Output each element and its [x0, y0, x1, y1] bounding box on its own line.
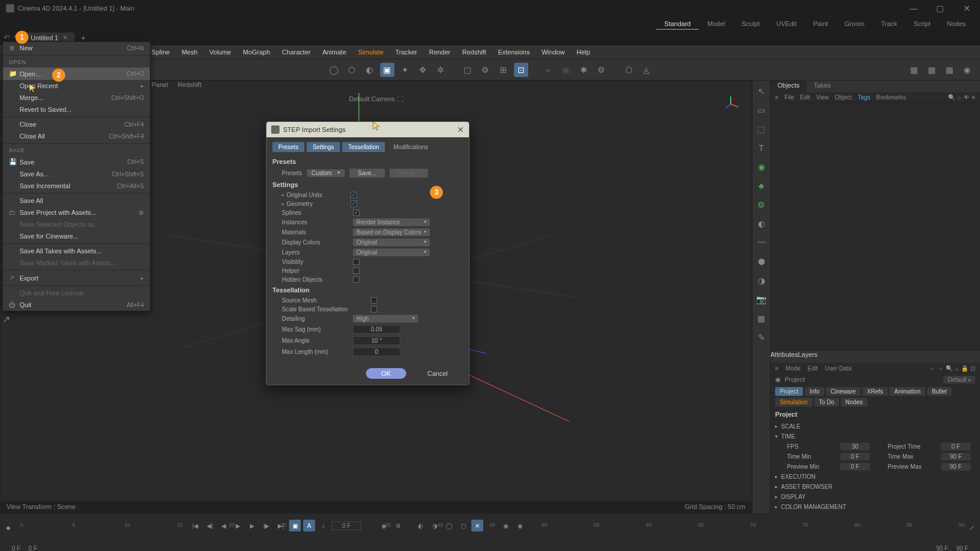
dtab-tessellation[interactable]: Tessellation	[342, 142, 385, 152]
menu-revert[interactable]: Revert to Saved...	[3, 104, 150, 115]
b1-icon[interactable]: ◉	[500, 520, 512, 531]
presets-dropdown[interactable]: Custom▾	[307, 169, 345, 177]
menu-window[interactable]: Window	[536, 46, 571, 58]
detailing-dropdown[interactable]: High▾	[353, 315, 418, 323]
st-project[interactable]: Project	[775, 387, 803, 396]
rtool-rect-icon[interactable]: ▭	[754, 103, 769, 117]
max-sag-input[interactable]: 0.05	[353, 325, 400, 334]
layout-tab-track[interactable]: Track	[873, 18, 905, 30]
default-dropdown[interactable]: Default ▾	[943, 376, 975, 384]
t4-icon[interactable]: ▢	[457, 520, 469, 531]
grp-time[interactable]: ▾TIME	[775, 431, 975, 442]
menu-close-all[interactable]: Close AllCtrl+Shift+F4	[3, 130, 150, 142]
st-info[interactable]: Info	[805, 387, 824, 396]
record-icon[interactable]: ◉	[378, 520, 390, 531]
rtool-light-icon[interactable]: ◑	[754, 273, 769, 288]
menu-quit[interactable]: ⏻QuitAlt+F4	[3, 299, 150, 311]
st-cineware[interactable]: Cineware	[826, 387, 860, 396]
breadcrumb-text[interactable]: Project	[785, 376, 805, 383]
menu-mograph[interactable]: MoGraph	[237, 46, 276, 58]
rtool-node-icon[interactable]: ⬢	[754, 254, 769, 269]
ok-button[interactable]: OK	[366, 368, 406, 379]
display-colors-dropdown[interactable]: Original▾	[353, 239, 430, 246]
frame-end2[interactable]: 90 F	[956, 545, 968, 552]
menu-volume[interactable]: Volume	[204, 46, 237, 58]
presets-save-button[interactable]: Save...	[349, 169, 384, 178]
dtab-settings[interactable]: Settings	[307, 142, 340, 152]
attr-more-icon[interactable]: ⊡	[971, 365, 975, 372]
menu-tracker[interactable]: Tracker	[390, 46, 423, 58]
preview-max-input[interactable]: 90 F	[941, 463, 971, 471]
grp-color[interactable]: ▸COLOR MANAGEMENT	[775, 502, 975, 512]
timeline-expand-icon[interactable]: ⤢	[969, 524, 974, 531]
geometry-checkbox[interactable]	[351, 201, 357, 207]
rtool-gear-icon[interactable]: ⚙	[754, 198, 769, 212]
menu-open[interactable]: 📁Open...Ctrl+O	[3, 67, 150, 80]
obj-menu-view[interactable]: View	[816, 94, 829, 101]
key-icon[interactable]: A	[303, 520, 315, 531]
b2-icon[interactable]: ◉	[514, 520, 526, 531]
left-edge-tool-icon[interactable]: ↗	[2, 314, 10, 325]
menu-save-takes[interactable]: Save All Takes with Assets...	[3, 245, 150, 257]
layout-tab-model[interactable]: Model	[699, 18, 733, 30]
t5-icon[interactable]: ✕	[471, 520, 483, 531]
st-animation[interactable]: Animation	[889, 387, 925, 396]
attr-back-icon[interactable]: ←	[929, 365, 935, 372]
source-mesh-checkbox[interactable]	[371, 297, 377, 304]
tool-render1-icon[interactable]: ▦	[907, 63, 921, 77]
tool-move-icon[interactable]: ✥	[416, 63, 430, 77]
st-todo[interactable]: To Do	[814, 398, 839, 407]
rtool-sphere-icon[interactable]: ◉	[754, 160, 769, 174]
rtool-text-icon[interactable]: T	[754, 141, 769, 155]
rtool-wave-icon[interactable]: 〰	[754, 236, 769, 250]
dialog-close-button[interactable]: ✕	[457, 125, 464, 134]
tool-render-icon[interactable]: ●	[541, 63, 555, 77]
obj-menu-object[interactable]: Object	[835, 94, 852, 101]
rtool-clover-icon[interactable]: ♣	[754, 179, 769, 193]
tool-grid-icon[interactable]: ⊞	[496, 63, 510, 77]
menu-extensions[interactable]: Extensions	[492, 46, 536, 58]
attr-lock-icon[interactable]: 🔒	[961, 365, 968, 372]
timeline-marker-icon[interactable]: ◆	[6, 524, 11, 531]
tool-render2-icon[interactable]: ▦	[924, 63, 939, 77]
rtool-edit-icon[interactable]: ✎	[754, 330, 769, 344]
menu-redshift[interactable]: Redshift	[457, 46, 492, 58]
st-xrefs[interactable]: XRefs	[862, 387, 888, 396]
layers-dropdown[interactable]: Original▾	[353, 249, 430, 256]
list-icon[interactable]: ≡	[972, 94, 975, 101]
search-icon[interactable]: 🔍	[948, 94, 955, 101]
autokey-icon[interactable]: ▣	[289, 520, 301, 531]
menu-save-assets[interactable]: 🗀Save Project with Assets...⚙	[3, 207, 150, 218]
layout-tab-standard[interactable]: Standard	[656, 18, 699, 30]
fps-input[interactable]: 30	[840, 443, 870, 450]
next-frame-icon[interactable]: ▶	[246, 520, 258, 531]
tool-poly-icon[interactable]: ◬	[640, 63, 654, 77]
tool-generator-icon[interactable]: ✦	[398, 63, 412, 77]
project-time-input[interactable]: 0 F	[941, 443, 971, 450]
layout-tab-sculpt[interactable]: Sculpt	[733, 18, 768, 30]
menu-export[interactable]: ↗Export▸	[3, 272, 150, 284]
attr-tab-attributes[interactable]: Attributes	[770, 351, 798, 363]
undo-icon[interactable]: ↶	[4, 33, 10, 42]
rtool-camera-icon[interactable]: 📷	[754, 292, 769, 307]
vp-redshift[interactable]: Redshift	[178, 81, 201, 93]
frame-start2[interactable]: 0 F	[28, 545, 37, 552]
layout-tab-script[interactable]: Script	[905, 18, 939, 30]
scale-tess-checkbox[interactable]	[371, 306, 377, 312]
tool-deformer-icon[interactable]: ◐	[362, 63, 377, 77]
tool-settings-icon[interactable]: ⚙	[595, 63, 609, 77]
takes-tab[interactable]: Takes	[807, 80, 838, 92]
frame-input[interactable]: 0 F	[332, 521, 361, 530]
goto-start-icon[interactable]: |◀	[189, 520, 201, 531]
grp-display[interactable]: ▸DISPLAY	[775, 492, 975, 502]
obj-menu-tags[interactable]: Tags	[858, 94, 870, 101]
menu-animate[interactable]: Animate	[316, 46, 352, 58]
menu-character[interactable]: Character	[276, 46, 316, 58]
max-len-input[interactable]: 0	[353, 347, 400, 356]
attr-fwd-icon[interactable]: →	[937, 365, 943, 372]
play-icon[interactable]: ▶	[232, 520, 244, 531]
menu-close[interactable]: CloseCtrl+F4	[3, 118, 150, 130]
max-angle-input[interactable]: 10 °	[353, 336, 400, 345]
goto-end-icon[interactable]: ▶|	[275, 520, 287, 531]
tool-gear-icon[interactable]: ⚙	[478, 63, 493, 77]
